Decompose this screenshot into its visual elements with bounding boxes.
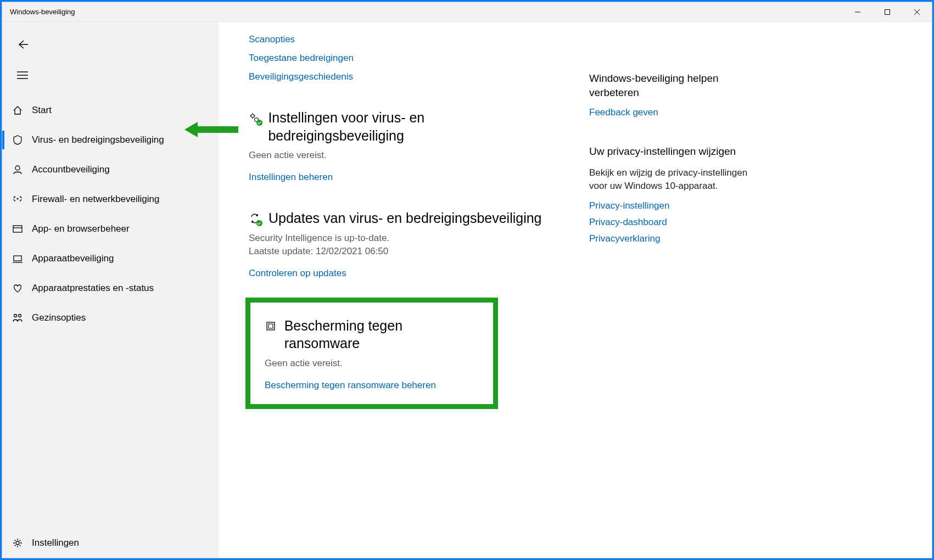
svg-point-14 (19, 315, 21, 317)
privacy-section: Uw privacy-instellingen wijzigen Bekijk … (589, 144, 754, 244)
heart-icon (12, 283, 32, 294)
sidebar-item-app-browser[interactable]: App- en browserbeheer (2, 214, 219, 244)
sidebar-item-account[interactable]: Accountbeveiliging (2, 155, 219, 184)
privacy-dashboard-link[interactable]: Privacy-dashboard (589, 217, 754, 228)
sidebar-item-device[interactable]: Apparaatbeveiliging (2, 244, 219, 273)
settings-title: Instellingen voor virus- en bedreigingsb… (268, 109, 556, 144)
device-icon (12, 253, 32, 264)
home-icon (12, 105, 32, 116)
svg-rect-9 (13, 226, 22, 232)
privacy-settings-link[interactable]: Privacy-instellingen (589, 200, 754, 211)
sidebar-item-family[interactable]: Gezinsopties (2, 303, 219, 333)
sidebar-item-label: Virus- en bedreigingsbeveiliging (32, 135, 164, 145)
updates-desc2: Laatste update: 12/02/2021 06:50 (249, 246, 556, 257)
sidebar-item-virus[interactable]: Virus- en bedreigingsbeveiliging (2, 125, 219, 155)
improve-section: Windows-beveiliging helpen verbeteren Fe… (589, 71, 754, 118)
sidebar-item-label: Gezinsopties (32, 312, 86, 323)
sidebar: Start Virus- en bedreigingsbeveiliging A… (2, 22, 219, 558)
privacy-title: Uw privacy-instellingen wijzigen (589, 144, 754, 159)
sidebar-item-start[interactable]: Start (2, 96, 219, 125)
manage-settings-link[interactable]: Instellingen beheren (249, 172, 556, 183)
sidebar-item-label: Firewall- en netwerkbeveiliging (32, 194, 159, 205)
sidebar-item-settings[interactable]: Instellingen (2, 528, 219, 558)
sidebar-item-label: Accountbeveiliging (32, 164, 110, 175)
main-content: Scanopties Toegestane bedreigingen Bevei… (219, 22, 932, 558)
person-icon (12, 164, 32, 175)
security-history-link[interactable]: Beveiligingsgeschiedenis (249, 71, 556, 82)
allowed-threats-link[interactable]: Toegestane bedreigingen (249, 53, 556, 64)
app-window: Windows-beveiliging (2, 2, 932, 558)
titlebar: Windows-beveiliging (2, 2, 932, 22)
ransomware-icon (265, 320, 277, 332)
app-browser-icon (12, 223, 32, 234)
privacy-statement-link[interactable]: Privacyverklaring (589, 233, 754, 244)
ransomware-title: Bescherming tegen ransomware (284, 317, 479, 352)
scan-options-link[interactable]: Scanopties (249, 34, 556, 45)
sidebar-item-label: Apparaatprestaties en -status (32, 283, 154, 294)
check-updates-link[interactable]: Controleren op updates (249, 268, 556, 279)
updates-title: Updates van virus- en bedreigingsbeveili… (269, 209, 542, 227)
window-controls (843, 2, 932, 21)
feedback-link[interactable]: Feedback geven (589, 107, 754, 118)
maximize-button[interactable] (873, 2, 902, 21)
svg-point-15 (16, 541, 19, 545)
minimize-button[interactable] (843, 2, 873, 21)
ransomware-desc: Geen actie vereist. (265, 358, 479, 369)
family-icon (12, 312, 32, 323)
sidebar-item-label: Instellingen (32, 537, 79, 548)
gear-check-icon (249, 112, 260, 124)
svg-point-8 (17, 198, 19, 200)
sidebar-item-health[interactable]: Apparaatprestaties en -status (2, 273, 219, 303)
updates-section: Updates van virus- en bedreigingsbeveili… (249, 209, 556, 279)
updates-desc1: Security Intelligence is up-to-date. (249, 233, 556, 244)
network-icon (12, 194, 32, 205)
svg-point-13 (14, 315, 17, 317)
sidebar-item-label: Start (32, 105, 52, 116)
shield-icon (12, 135, 32, 145)
svg-rect-1 (885, 9, 890, 14)
close-button[interactable] (902, 2, 932, 21)
svg-point-7 (15, 166, 20, 170)
top-links: Scanopties Toegestane bedreigingen Bevei… (249, 34, 556, 82)
improve-title: Windows-beveiliging helpen verbeteren (589, 71, 754, 99)
svg-point-16 (251, 114, 254, 117)
sidebar-item-label: App- en browserbeheer (32, 223, 130, 234)
privacy-text: Bekijk en wijzig de privacy-instellingen… (589, 166, 754, 193)
hamburger-button[interactable] (10, 63, 35, 88)
sidebar-item-label: Apparaatbeveiliging (32, 253, 114, 264)
window-title: Windows-beveiliging (2, 8, 75, 16)
svg-rect-18 (267, 322, 275, 330)
manage-ransomware-link[interactable]: Bescherming tegen ransomware beheren (265, 380, 479, 391)
ransomware-highlight: Bescherming tegen ransomware Geen actie … (245, 298, 498, 409)
settings-desc: Geen actie vereist. (249, 150, 556, 161)
gear-icon (12, 537, 32, 548)
svg-rect-19 (269, 324, 273, 328)
right-column: Windows-beveiliging helpen verbeteren Fe… (589, 34, 754, 558)
sidebar-nav: Start Virus- en bedreigingsbeveiliging A… (2, 96, 219, 528)
refresh-check-icon (249, 212, 261, 225)
svg-rect-11 (14, 256, 21, 261)
back-button[interactable] (10, 32, 35, 57)
settings-section: Instellingen voor virus- en bedreigingsb… (249, 109, 556, 183)
sidebar-item-firewall[interactable]: Firewall- en netwerkbeveiliging (2, 184, 219, 214)
